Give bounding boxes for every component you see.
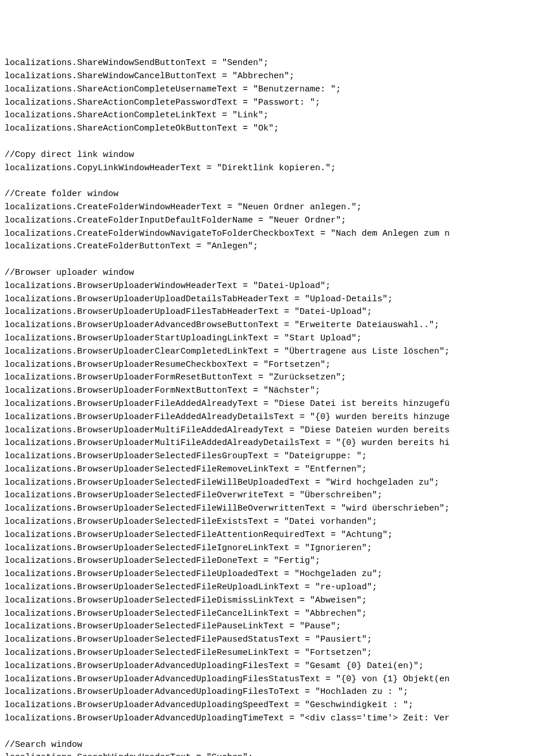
code-line bbox=[5, 726, 547, 739]
code-line: localizations.BrowserUploaderSelectedFil… bbox=[5, 463, 547, 477]
code-line: localizations.ShareWindowSendButtonText … bbox=[5, 57, 547, 70]
code-line: localizations.BrowserUploaderSelectedFil… bbox=[5, 568, 547, 581]
code-line: localizations.ShareActionCompleteLinkTex… bbox=[5, 109, 547, 122]
code-line: //Search window bbox=[5, 739, 547, 752]
code-line: localizations.CreateFolderInputDefaultFo… bbox=[5, 214, 547, 228]
code-line: localizations.BrowserUploaderSelectedFil… bbox=[5, 594, 547, 608]
code-line: localizations.CreateFolderWindowNavigate… bbox=[5, 228, 547, 241]
code-line: localizations.BrowserUploaderAdvancedUpl… bbox=[5, 699, 547, 712]
code-line bbox=[5, 175, 547, 188]
code-line: localizations.BrowserUploaderFileAddedAl… bbox=[5, 398, 547, 411]
code-line: localizations.BrowserUploaderUploadDetai… bbox=[5, 293, 547, 306]
code-line: localizations.ShareActionCompletePasswor… bbox=[5, 97, 547, 110]
code-line: localizations.BrowserUploaderSelectedFil… bbox=[5, 502, 547, 516]
code-line bbox=[5, 136, 547, 149]
code-line: //Copy direct link window bbox=[5, 149, 547, 162]
code-line: localizations.BrowserUploaderMultiFileAd… bbox=[5, 424, 547, 438]
code-line: localizations.BrowserUploaderFileAddedAl… bbox=[5, 411, 547, 424]
code-line: localizations.BrowserUploaderSelectedFil… bbox=[5, 477, 547, 490]
code-line: localizations.BrowserUploaderSelectedFil… bbox=[5, 489, 547, 502]
code-line: localizations.ShareActionCompleteOkButto… bbox=[5, 122, 547, 136]
code-line: localizations.ShareActionCompleteUsernam… bbox=[5, 83, 547, 97]
code-line: localizations.BrowserUploaderSelectedFil… bbox=[5, 529, 547, 542]
code-line: localizations.BrowserUploaderResumeCheck… bbox=[5, 359, 547, 372]
code-line: localizations.BrowserUploaderSelectedFil… bbox=[5, 634, 547, 647]
code-line: localizations.CopyLinkWindowHeaderText =… bbox=[5, 162, 547, 175]
code-line: localizations.BrowserUploaderWindowHeade… bbox=[5, 280, 547, 293]
code-line: localizations.ShareWindowCancelButtonTex… bbox=[5, 70, 547, 83]
code-line: localizations.BrowserUploaderSelectedFil… bbox=[5, 516, 547, 529]
code-line: localizations.BrowserUploaderAdvancedUpl… bbox=[5, 673, 547, 686]
code-line: localizations.BrowserUploaderSelectedFil… bbox=[5, 555, 547, 568]
code-line bbox=[5, 254, 547, 267]
code-line: //Browser uploader window bbox=[5, 267, 547, 280]
code-line: localizations.CreateFolderWindowHeaderTe… bbox=[5, 201, 547, 214]
code-line: localizations.BrowserUploaderSelectedFil… bbox=[5, 608, 547, 621]
code-line: localizations.BrowserUploaderStartUpload… bbox=[5, 332, 547, 346]
code-line: localizations.BrowserUploaderSelectedFil… bbox=[5, 620, 547, 634]
code-line: localizations.BrowserUploaderFormNextBut… bbox=[5, 385, 547, 398]
code-line: localizations.BrowserUploaderMultiFileAd… bbox=[5, 437, 547, 450]
code-listing: localizations.ShareWindowSendButtonText … bbox=[5, 57, 547, 756]
code-line: localizations.BrowserUploaderClearComple… bbox=[5, 346, 547, 359]
code-line: localizations.SearchWindowHeaderText = "… bbox=[5, 751, 547, 756]
code-line: localizations.BrowserUploaderAdvancedUpl… bbox=[5, 660, 547, 673]
code-line: localizations.BrowserUploaderAdvancedUpl… bbox=[5, 712, 547, 726]
code-line: localizations.BrowserUploaderSelectedFil… bbox=[5, 542, 547, 555]
code-line: localizations.BrowserUploaderSelectedFil… bbox=[5, 450, 547, 463]
code-line: localizations.BrowserUploaderAdvancedBro… bbox=[5, 319, 547, 332]
code-line: localizations.BrowserUploaderFormResetBu… bbox=[5, 371, 547, 385]
code-line: localizations.BrowserUploaderAdvancedUpl… bbox=[5, 686, 547, 699]
code-line: localizations.BrowserUploaderUploadFiles… bbox=[5, 306, 547, 319]
code-line: //Create folder window bbox=[5, 188, 547, 201]
code-line: localizations.BrowserUploaderSelectedFil… bbox=[5, 647, 547, 660]
code-line: localizations.BrowserUploaderSelectedFil… bbox=[5, 581, 547, 594]
code-line: localizations.CreateFolderButtonText = "… bbox=[5, 240, 547, 254]
